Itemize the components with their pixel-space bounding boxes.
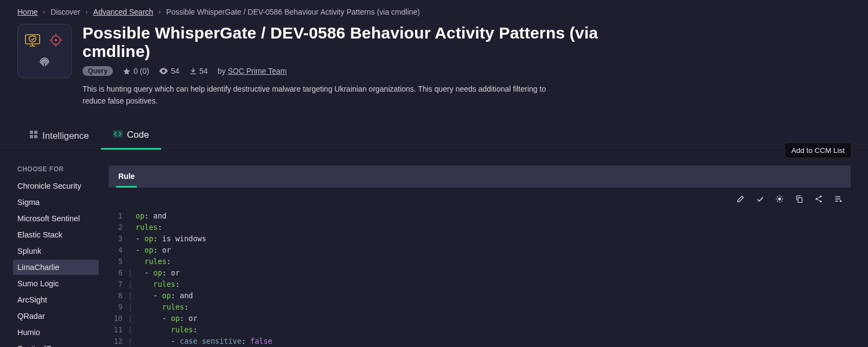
- breadcrumb-discover[interactable]: Discover: [50, 8, 80, 16]
- code-line: 10| - op: or: [113, 313, 851, 324]
- svg-rect-6: [34, 135, 37, 138]
- warden-icon[interactable]: [775, 194, 784, 204]
- breadcrumb: Home › Discover › Advanced Search › Poss…: [0, 0, 868, 21]
- code-editor[interactable]: 1op: and2rules:3- op: is windows4- op: o…: [108, 206, 851, 347]
- sidebar-item-microsoft-sentinel[interactable]: Microsoft Sentinel: [13, 211, 99, 226]
- star-icon: [123, 67, 131, 75]
- add-to-list-icon[interactable]: [833, 194, 843, 204]
- monitor-shield-icon: [24, 32, 43, 48]
- code-line: 6| - op: or: [113, 267, 851, 279]
- sidebar-item-chronicle-security[interactable]: Chronicle Security: [13, 178, 99, 194]
- chevron-right-icon: ›: [158, 8, 161, 16]
- intelligence-icon: [29, 130, 38, 142]
- svg-rect-3: [30, 131, 33, 134]
- rating-value: 0 (0): [133, 67, 149, 75]
- author-link[interactable]: SOC Prime Team: [228, 67, 287, 75]
- code-line: 5 rules:: [113, 256, 851, 267]
- svg-rect-5: [30, 135, 33, 138]
- chevron-right-icon: ›: [86, 8, 88, 16]
- breadcrumb-home[interactable]: Home: [17, 8, 37, 16]
- tab-intelligence-label: Intelligence: [42, 131, 89, 142]
- sidebar-item-limacharlie[interactable]: LimaCharlie: [13, 260, 99, 275]
- sidebar-title: CHOOSE FOR: [17, 165, 99, 173]
- rule-tabs: Rule Add to CCM List: [108, 165, 851, 188]
- code-line: 1op: and: [113, 210, 851, 222]
- content-tabs: Intelligence Code: [0, 122, 868, 150]
- rating[interactable]: 0 (0): [123, 67, 149, 75]
- rule-tab[interactable]: Rule: [116, 165, 137, 188]
- type-badge: Query: [82, 66, 113, 76]
- tab-code[interactable]: Code: [101, 122, 161, 150]
- tooltip-add-ccm: Add to CCM List: [784, 143, 852, 158]
- svg-point-2: [55, 39, 56, 41]
- sidebar-item-sigma[interactable]: Sigma: [13, 195, 99, 210]
- sidebar-item-humio[interactable]: Humio: [13, 325, 99, 340]
- check-icon[interactable]: [755, 194, 765, 204]
- tab-code-label: Code: [127, 130, 149, 140]
- breadcrumb-advanced-search[interactable]: Advanced Search: [93, 8, 154, 16]
- sidebar-item-qradar[interactable]: QRadar: [13, 309, 99, 324]
- code-line: 12| - case sensitive: false: [113, 336, 851, 347]
- code-line: 2rules:: [113, 222, 851, 233]
- byline: by SOC Prime Team: [218, 67, 286, 75]
- rule-icon-card: [17, 24, 72, 78]
- svg-point-8: [778, 198, 781, 201]
- fingerprint-icon: [36, 54, 53, 70]
- code-line: 8| - op: and: [113, 290, 851, 301]
- breadcrumb-current: Possible WhisperGate / DEV-0586 Behaviou…: [166, 8, 420, 16]
- tab-intelligence[interactable]: Intelligence: [17, 122, 101, 150]
- sidebar-item-arcsight[interactable]: ArcSight: [13, 292, 99, 307]
- download-icon: [189, 67, 197, 75]
- code-line: 7| rules:: [113, 279, 851, 290]
- sidebar-item-sentinelone[interactable]: SentinelOne: [13, 341, 99, 347]
- sidebar-item-elastic-stack[interactable]: Elastic Stack: [13, 227, 99, 242]
- code-panel: Rule Add to CCM List 1op: and2rules:: [108, 165, 851, 347]
- platform-sidebar: CHOOSE FOR Chronicle SecuritySigmaMicros…: [17, 165, 99, 347]
- views-count: 54: [171, 67, 180, 75]
- chevron-right-icon: ›: [43, 8, 45, 16]
- sidebar-item-sumo-logic[interactable]: Sumo Logic: [13, 276, 99, 291]
- code-icon: [113, 130, 123, 140]
- svg-rect-9: [798, 198, 802, 203]
- share-icon[interactable]: [814, 194, 824, 204]
- svg-rect-4: [34, 131, 37, 134]
- code-line: 9| rules:: [113, 301, 851, 313]
- views: 54: [159, 67, 180, 75]
- code-line: 11| rules:: [113, 324, 851, 336]
- description: This is hunting query which can help ide…: [82, 83, 554, 107]
- sidebar-item-splunk[interactable]: Splunk: [13, 243, 99, 259]
- page-title: Possible WhisperGate / DEV-0586 Behaviou…: [82, 24, 603, 61]
- edit-icon[interactable]: [736, 194, 745, 204]
- copy-icon[interactable]: [794, 194, 804, 204]
- eye-icon: [159, 68, 168, 74]
- code-line: 4- op: or: [113, 245, 851, 256]
- code-toolbar: [108, 188, 851, 206]
- code-line: 3- op: is windows: [113, 233, 851, 245]
- page-header: Possible WhisperGate / DEV-0586 Behaviou…: [0, 21, 868, 117]
- downloads: 54: [189, 67, 208, 75]
- downloads-count: 54: [200, 67, 208, 75]
- crosshair-icon: [48, 32, 64, 48]
